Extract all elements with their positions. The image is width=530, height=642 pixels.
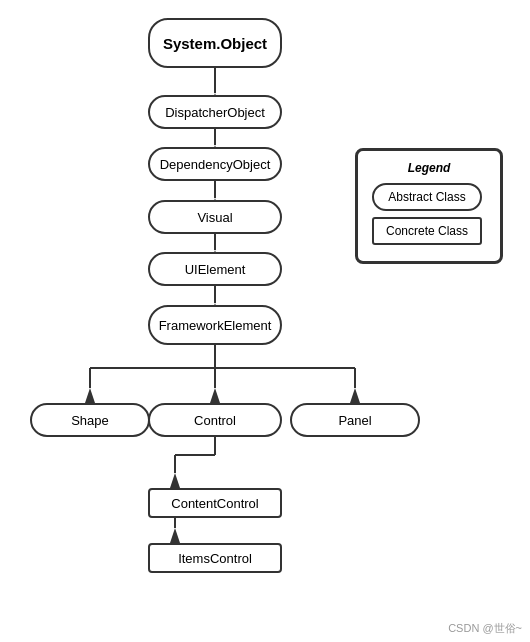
node-panel: Panel (290, 403, 420, 437)
diagram-container: System.Object DispatcherObject Dependenc… (0, 0, 530, 642)
svg-marker-15 (210, 388, 220, 403)
node-shape: Shape (30, 403, 150, 437)
node-dependency-object: DependencyObject (148, 147, 282, 181)
watermark: CSDN @世俗~ (448, 621, 522, 636)
node-framework-element: FrameworkElement (148, 305, 282, 345)
node-items-control: ItemsControl (148, 543, 282, 573)
node-dispatcher-object: DispatcherObject (148, 95, 282, 129)
svg-marker-23 (170, 528, 180, 543)
node-control: Control (148, 403, 282, 437)
legend-box: Legend Abstract Class Concrete Class (355, 148, 503, 264)
legend-abstract-class: Abstract Class (372, 183, 482, 211)
svg-marker-13 (85, 388, 95, 403)
legend-concrete-class: Concrete Class (372, 217, 482, 245)
node-system-object: System.Object (148, 18, 282, 68)
svg-marker-21 (170, 473, 180, 488)
svg-marker-17 (350, 388, 360, 403)
node-ui-element: UIElement (148, 252, 282, 286)
legend-title: Legend (372, 161, 486, 175)
node-visual: Visual (148, 200, 282, 234)
node-content-control: ContentControl (148, 488, 282, 518)
